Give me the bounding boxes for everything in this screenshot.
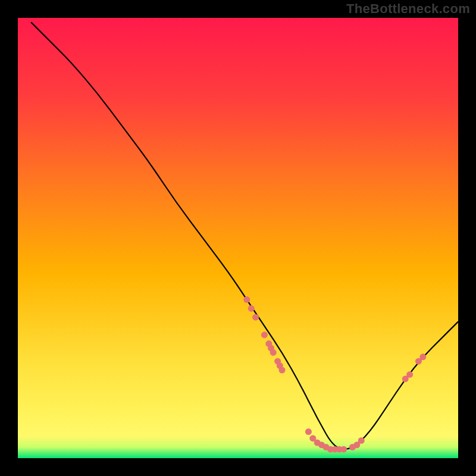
gradient-background <box>18 18 458 458</box>
watermark-text: TheBottleneck.com <box>346 1 470 17</box>
scatter-dot <box>261 331 268 338</box>
chart-svg <box>18 18 458 458</box>
scatter-dot <box>340 446 347 453</box>
scatter-dot <box>279 367 286 374</box>
scatter-dot <box>305 428 312 435</box>
scatter-dot <box>252 314 259 321</box>
scatter-dot <box>243 296 250 303</box>
scatter-dot <box>248 305 255 312</box>
scatter-dot <box>358 437 365 444</box>
scatter-dot <box>270 349 277 356</box>
scatter-dot <box>406 371 413 378</box>
scatter-dot <box>419 353 426 360</box>
chart-plot-area <box>18 18 458 458</box>
